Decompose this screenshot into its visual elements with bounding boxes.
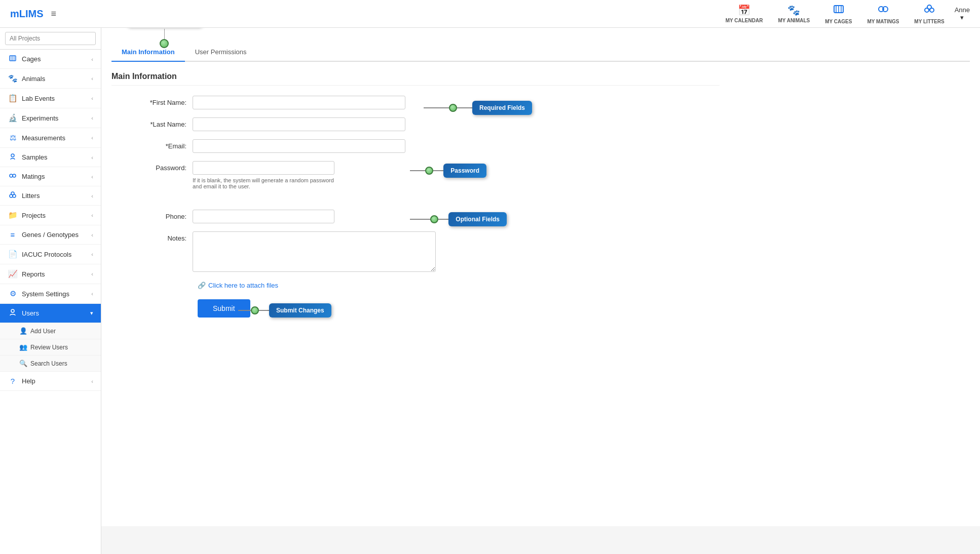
svg-point-14 (10, 174, 13, 177)
sidebar-item-iacuc[interactable]: 📄 IACUC Protocols ‹ (0, 245, 101, 264)
reports-sidebar-icon: 📈 (8, 269, 18, 279)
chevron-genes: ‹ (91, 232, 93, 238)
optional-fields-tooltip-wrap: Optional Fields (410, 212, 507, 226)
user-menu[interactable]: Anne ▾ (955, 6, 970, 21)
first-name-label: *First Name: (111, 96, 193, 106)
nav-my-calendar[interactable]: 📅 MY CALENDAR (726, 4, 763, 23)
svg-point-8 (927, 5, 931, 9)
attach-icon: 🔗 (198, 282, 206, 289)
sidebar-item-measurements[interactable]: ⚖ Measurements ‹ (0, 128, 101, 148)
chevron-measurements: ‹ (91, 135, 93, 141)
phone-input[interactable] (193, 210, 334, 223)
nav-my-litters[interactable]: MY LITTERS (914, 4, 944, 24)
lab-events-sidebar-icon: 📋 (8, 94, 18, 103)
chevron-reports: ‹ (91, 271, 93, 277)
first-name-row: *First Name: Required Fields (111, 96, 720, 109)
last-name-input[interactable] (193, 117, 405, 131)
add-user-icon: 👤 (19, 327, 27, 335)
main-content: Main Information Tab Main Information Us… (101, 0, 980, 526)
user-name: Anne (955, 6, 970, 14)
password-hint: If it is blank, the system will generate… (193, 177, 345, 189)
hamburger-icon[interactable]: ≡ (51, 9, 57, 19)
tabs-container: Main Information User Permissions (111, 43, 970, 62)
sidebar-label-matings: Matings (22, 173, 45, 180)
nav-my-matings[interactable]: MY MATINGS (867, 4, 899, 24)
help-sidebar-icon: ? (8, 377, 18, 385)
sidebar-label-lab-events: Lab Events (22, 95, 55, 102)
sidebar-item-experiments[interactable]: 🔬 Experiments ‹ (0, 108, 101, 128)
project-input[interactable] (5, 32, 96, 45)
sidebar-label-samples: Samples (22, 153, 48, 161)
last-name-row: *Last Name: (111, 117, 720, 131)
review-users-label: Review Users (30, 344, 68, 351)
sidebar-item-genes[interactable]: ≡ Genes / Genotypes ‹ (0, 225, 101, 245)
top-nav: mLIMS ≡ 📅 MY CALENDAR 🐾 MY ANIMALS MY CA… (0, 0, 980, 28)
password-tooltip-wrap: Password (410, 164, 486, 178)
nav-my-cages[interactable]: MY CAGES (825, 4, 852, 24)
measurements-sidebar-icon: ⚖ (8, 133, 18, 142)
matings-icon (878, 4, 889, 17)
add-user-label: Add User (30, 328, 56, 335)
iacuc-sidebar-icon: 📄 (8, 250, 18, 259)
projects-sidebar-icon: 📁 (8, 211, 18, 220)
required-dot (449, 104, 457, 112)
optional-dot (430, 215, 438, 223)
sidebar-item-help[interactable]: ? Help ‹ (0, 372, 101, 391)
sidebar-item-users[interactable]: Users ▾ (0, 304, 101, 323)
sidebar-subitem-search-users[interactable]: 🔍 Search Users (0, 355, 101, 372)
sidebar-item-cages[interactable]: Cages ‹ (0, 50, 101, 69)
email-input[interactable] (193, 139, 405, 153)
password-dot (425, 167, 433, 175)
notes-input[interactable] (193, 231, 436, 272)
sidebar-label-litters: Litters (22, 192, 40, 200)
users-sidebar-icon (8, 309, 18, 318)
submit-changes-tooltip-wrap: Submit Changes (238, 303, 331, 318)
search-users-label: Search Users (30, 360, 67, 367)
svg-point-19 (11, 309, 14, 312)
sidebar-subitem-review-users[interactable]: 👥 Review Users (0, 339, 101, 355)
cages-sidebar-icon (8, 55, 18, 63)
system-settings-sidebar-icon: ⚙ (8, 289, 18, 298)
chevron-litters: ‹ (91, 193, 93, 199)
sidebar-subitem-add-user[interactable]: 👤 Add User (0, 323, 101, 339)
app-logo: mLIMS (10, 8, 44, 20)
sidebar-item-litters[interactable]: Litters ‹ (0, 186, 101, 206)
sidebar-label-experiments: Experiments (22, 114, 58, 122)
notes-row: Notes: (111, 231, 720, 273)
first-name-input[interactable] (193, 96, 405, 109)
sidebar: Cages ‹ 🐾 Animals ‹ 📋 Lab Events ‹ 🔬 Exp… (0, 28, 101, 526)
password-input[interactable] (193, 161, 334, 175)
sidebar-item-samples[interactable]: Samples ‹ (0, 148, 101, 167)
email-row: *Email: (111, 139, 720, 153)
submit-area: Submit Submit Changes (198, 299, 250, 318)
sidebar-item-matings[interactable]: Matings ‹ (0, 167, 101, 186)
submit-dot (251, 306, 259, 314)
sidebar-item-reports[interactable]: 📈 Reports ‹ (0, 264, 101, 284)
password-row: Password: Password If it is blank, the s… (111, 161, 720, 189)
form-content: Main Information *First Name: Required F… (111, 72, 720, 318)
sidebar-label-measurements: Measurements (22, 134, 65, 142)
chevron-lab-events: ‹ (91, 95, 93, 101)
sidebar-label-cages: Cages (22, 55, 41, 63)
chevron-users: ▾ (90, 310, 93, 316)
sidebar-item-system-settings[interactable]: ⚙ System Settings ‹ (0, 284, 101, 304)
litters-icon (924, 4, 935, 17)
sidebar-item-projects[interactable]: 📁 Projects ‹ (0, 206, 101, 225)
animals-icon: 🐾 (787, 4, 800, 16)
chevron-projects: ‹ (91, 212, 93, 218)
users-subitems: 👤 Add User 👥 Review Users 🔍 Search Users (0, 323, 101, 372)
sidebar-item-animals[interactable]: 🐾 Animals ‹ (0, 69, 101, 89)
samples-sidebar-icon (8, 153, 18, 162)
sidebar-item-lab-events[interactable]: 📋 Lab Events ‹ (0, 89, 101, 108)
required-fields-tooltip-wrap: Required Fields (424, 101, 532, 115)
sidebar-label-genes: Genes / Genotypes (22, 231, 79, 239)
attach-files-link[interactable]: 🔗 Click here to attach files (198, 282, 720, 289)
calendar-icon: 📅 (738, 4, 750, 16)
top-nav-items: 📅 MY CALENDAR 🐾 MY ANIMALS MY CAGES (726, 4, 945, 24)
email-label: *Email: (111, 139, 193, 150)
project-selector[interactable] (0, 28, 101, 50)
nav-my-animals[interactable]: 🐾 MY ANIMALS (778, 4, 810, 23)
sidebar-label-users: Users (22, 309, 39, 317)
section-title: Main Information (111, 72, 720, 86)
sidebar-label-projects: Projects (22, 212, 46, 219)
